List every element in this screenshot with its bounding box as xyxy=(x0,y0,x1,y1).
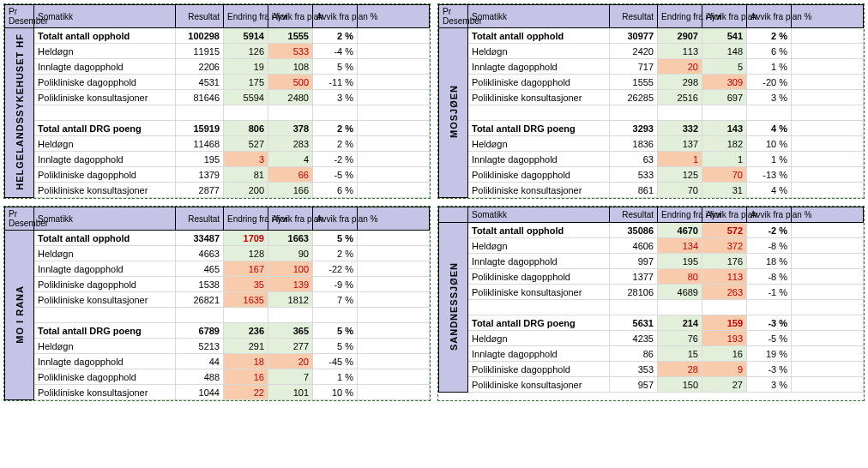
cell: 309 xyxy=(702,75,747,90)
col-cat: Somatikk xyxy=(34,207,176,231)
cell: 195 xyxy=(658,254,702,269)
cell: 9 xyxy=(702,362,747,377)
row-label: Polikliniske konsultasjoner xyxy=(468,377,610,393)
cell: 193 xyxy=(702,331,747,346)
cell: 35086 xyxy=(610,223,658,238)
cell: 2 % xyxy=(313,246,358,261)
row-label: Polikliniske dagopphold xyxy=(34,369,176,385)
cell: 2877 xyxy=(176,183,224,198)
cell: 5 % xyxy=(313,231,358,246)
cell: -20 % xyxy=(747,75,792,90)
table-row: Polikliniske konsultasjoner28772001666 % xyxy=(5,183,430,198)
cell: 101 xyxy=(268,385,313,400)
table-row: Polikliniske dagopphold153835139-9 % xyxy=(5,277,430,292)
cell: 527 xyxy=(224,136,268,152)
cell: -8 % xyxy=(747,269,792,285)
cell: 70 xyxy=(658,183,702,198)
row-label: Polikliniske konsultasjoner xyxy=(468,285,610,300)
row-label: Heldøgn xyxy=(468,136,610,152)
table-row: Heldøgn114685272832 % xyxy=(5,136,430,152)
col-dev: Avvik fra plan xyxy=(702,207,747,223)
cell: 541 xyxy=(702,28,747,44)
cell: 1044 xyxy=(176,385,224,400)
cell: 10 % xyxy=(747,136,792,152)
cell: 44 xyxy=(176,354,224,369)
cell: 1 xyxy=(658,152,702,167)
table-row: Polikliniske dagopphold353289-3 % xyxy=(439,362,864,377)
row-label: Polikliniske konsultasjoner xyxy=(34,385,176,400)
col-dev: Avvik fra plan xyxy=(268,5,313,28)
cell: -2 % xyxy=(747,223,792,238)
row-label: Polikliniske konsultasjoner xyxy=(468,90,610,105)
cell: 1836 xyxy=(610,136,658,152)
row-label: Innlagte dagopphold xyxy=(34,261,176,277)
row-label: Totalt antall opphold xyxy=(34,231,176,246)
cell: 5 % xyxy=(313,59,358,75)
cell: -5 % xyxy=(313,167,358,183)
col-devp: Avvik fra plan % xyxy=(313,5,358,28)
cell: 283 xyxy=(268,136,313,152)
cell: 533 xyxy=(268,44,313,59)
row-label: Heldøgn xyxy=(468,331,610,346)
cell: 4 % xyxy=(747,183,792,198)
cell: 167 xyxy=(224,261,268,277)
cell: 4670 xyxy=(658,223,702,238)
cell: 533 xyxy=(610,167,658,183)
cell: 2907 xyxy=(658,28,702,44)
cell: 18 % xyxy=(747,254,792,269)
row-label: Heldøgn xyxy=(34,136,176,152)
cell: 2420 xyxy=(610,44,658,59)
cell: 1 % xyxy=(747,59,792,75)
cell: 159 xyxy=(702,315,747,331)
table-row: Total antall DRG poeng67892363655 % xyxy=(5,323,430,339)
panel-mosj: Pr DesemberSomatikkResultatEndring fra i… xyxy=(437,3,865,199)
cell: 5 xyxy=(702,59,747,75)
cell: 353 xyxy=(610,362,658,377)
cell: 19 % xyxy=(747,346,792,362)
panel-helg: Pr DesemberSomatikkResultatEndring fra i… xyxy=(3,3,431,199)
row-label: Polikliniske konsultasjoner xyxy=(34,183,176,198)
data-table: SomatikkResultatEndring fra i fjorAvvik … xyxy=(438,207,864,393)
cell: 2206 xyxy=(176,59,224,75)
cell: 2 % xyxy=(747,28,792,44)
table-row: SANDNESSJØENTotalt antall opphold3508646… xyxy=(439,223,864,238)
cell: 27 xyxy=(702,377,747,393)
cell: 108 xyxy=(268,59,313,75)
cell: 150 xyxy=(658,377,702,393)
cell: 861 xyxy=(610,183,658,198)
cell: 182 xyxy=(702,136,747,152)
cell: -3 % xyxy=(747,315,792,331)
cell: 5 % xyxy=(313,323,358,339)
table-row: Polikliniske konsultasjoner281064689263-… xyxy=(439,285,864,300)
cell: 90 xyxy=(268,246,313,261)
table-row: Polikliniske dagopphold4531175500-11 % xyxy=(5,75,430,90)
table-row: Innlagte dagopphold63111 % xyxy=(439,152,864,167)
col-dev: Avvik fra plan xyxy=(268,207,313,231)
cell: 4606 xyxy=(610,238,658,254)
col-chg: Endring fra i fjor xyxy=(224,207,268,231)
row-label: Heldøgn xyxy=(34,339,176,354)
row-label: Polikliniske dagopphold xyxy=(468,269,610,285)
row-label: Total antall DRG poeng xyxy=(468,315,610,331)
cell: -45 % xyxy=(313,354,358,369)
row-label: Innlagte dagopphold xyxy=(34,354,176,369)
cell: 2516 xyxy=(658,90,702,105)
cell: 465 xyxy=(176,261,224,277)
table-row xyxy=(439,105,864,121)
panel-sand: SomatikkResultatEndring fra i fjorAvvik … xyxy=(437,206,865,401)
cell: 2 % xyxy=(313,28,358,44)
cell: 100 xyxy=(268,261,313,277)
cell: -22 % xyxy=(313,261,358,277)
cell: 20 xyxy=(268,354,313,369)
row-label: Heldøgn xyxy=(468,44,610,59)
cell: 1555 xyxy=(268,28,313,44)
cell: 66 xyxy=(268,167,313,183)
table-row: MO I RANATotalt antall opphold3348717091… xyxy=(5,231,430,246)
cell: 4689 xyxy=(658,285,702,300)
table-row: Polikliniske konsultasjoner957150273 % xyxy=(439,377,864,393)
cell: 298 xyxy=(658,75,702,90)
col-chg: Endring fra i fjor xyxy=(658,5,702,28)
row-label: Innlagte dagopphold xyxy=(468,152,610,167)
row-label: Total antall DRG poeng xyxy=(468,121,610,136)
period-label: Pr Desember xyxy=(5,5,34,28)
